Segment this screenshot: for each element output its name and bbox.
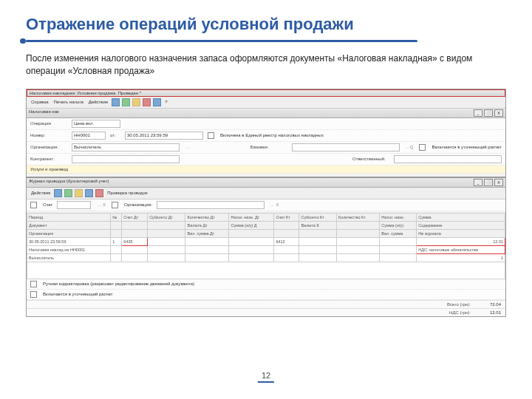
number-field[interactable]: НН0001 (72, 132, 106, 140)
menu-item[interactable]: Проверка проводок (106, 191, 149, 195)
checkbox[interactable] (30, 202, 37, 208)
journal-grid: Период№Счет ДтСубконто ДтКоличество ДтНа… (27, 213, 505, 279)
totals-row: НДС (грн): 12.01 (27, 308, 505, 316)
toolbar-icon[interactable] (64, 189, 72, 197)
field[interactable] (72, 155, 180, 163)
field[interactable] (394, 155, 502, 163)
titlebar-2: Журнал проводок (бухгалтерский учет) _ ⬜… (27, 178, 505, 188)
window-title-1: Налоговая накладная: Условная продажа. П… (30, 91, 141, 95)
field[interactable] (57, 201, 91, 209)
minimize-icon[interactable]: _ (474, 109, 482, 117)
label: Контрагент: (30, 157, 67, 161)
filter-row: Счет … X Организация: … X (27, 200, 505, 211)
table-row (27, 262, 505, 279)
col: Период (27, 213, 111, 221)
label: Базовая: (250, 145, 287, 149)
checkbox[interactable] (419, 144, 426, 151)
date-field[interactable]: 30.05.2011 23:59:59 (125, 132, 203, 140)
titlebar-1: Налоговая накладная: Условная продажа. П… (27, 89, 505, 97)
row-update: Включается в уточняющий расчет (27, 290, 505, 300)
toolbar-icon[interactable] (132, 98, 140, 106)
maximize-icon[interactable]: ⬜ (484, 109, 493, 117)
ellipsis-icon[interactable]: …Q (404, 145, 415, 149)
menu-item[interactable]: Действия (30, 191, 52, 195)
close-icon[interactable]: X (494, 179, 503, 186)
grid-header2: ДокументВалюта ДтСумма (н/у) ДВалюта КСу… (27, 221, 505, 229)
check-label: Ручная корректировка (разрешает редактир… (43, 282, 194, 286)
ellipsis-icon[interactable]: … X (269, 202, 281, 207)
toolbar-icon[interactable] (143, 98, 151, 106)
org-field[interactable]: Вычислитель (72, 143, 180, 151)
content-cell: НДС: налоговые обязательства (417, 245, 505, 253)
toolbar-icon[interactable] (95, 189, 103, 197)
page-title: Отражение операций условной продажи (26, 15, 506, 34)
label: Ответственный: (352, 157, 389, 161)
subwindow-header: Налоговая нак _ ⬜ X (27, 109, 505, 118)
check-label: Включается в уточняющий расчет (43, 292, 113, 296)
label: Организация: (30, 145, 67, 149)
label: от: (110, 133, 120, 137)
page-number: 12 (258, 371, 274, 383)
label: Организация: (124, 202, 152, 207)
toolbar-icon[interactable] (75, 189, 83, 197)
check-label: Включается в уточняющий расчет (432, 145, 502, 149)
ellipsis-icon[interactable]: … X (95, 202, 107, 207)
row-number: Номер: НН0001 от: 30.05.2011 23:59:59 Вк… (27, 130, 505, 142)
debit-cell: 6435 (122, 237, 148, 245)
row-org: Организация: Вычислитель … Базовая: …Q В… (27, 142, 505, 154)
toolbar-icon[interactable] (153, 98, 161, 106)
toolbar-1: Справка Печать налога Действия ? (27, 97, 505, 109)
description: После изменения налогового назначения за… (26, 52, 506, 78)
table-row: Вычислитель1 (27, 253, 505, 262)
toolbar-2: Действия Проверка проводок (27, 188, 505, 200)
total-value: 72.04 (475, 302, 501, 307)
close-icon[interactable]: X (494, 109, 503, 117)
table-row: 30.05.2011 23:59:5916435641212.01 (27, 237, 505, 245)
minimize-icon[interactable]: _ (474, 179, 482, 186)
field[interactable] (157, 201, 265, 209)
label: Счет (43, 202, 52, 207)
toolbar-icon[interactable] (122, 98, 130, 106)
sum-cell: 12.01 (417, 237, 505, 245)
sub-title: Налоговая нак (29, 109, 59, 117)
menu-item[interactable]: ? (163, 100, 168, 104)
app-screenshot: Налоговая накладная: Условная продажа. П… (26, 89, 506, 317)
checkbox[interactable] (208, 132, 214, 139)
field[interactable]: Ценa вкл. (72, 120, 120, 128)
tab-label[interactable]: Услуги и производ (30, 167, 68, 171)
row-contr: Контрагент: Ответственный: (27, 154, 505, 166)
window-buttons: _ ⬜ X (474, 109, 503, 117)
title-underline (26, 40, 417, 42)
vat-label: НДС (грн): (449, 310, 471, 315)
toolbar-icon[interactable] (112, 98, 120, 106)
maximize-icon[interactable]: ⬜ (484, 179, 493, 186)
table-row: Налоговая наклад на НН0001НДС: налоговые… (27, 245, 505, 253)
checkbox[interactable] (30, 281, 37, 287)
row-operation: Операция Ценa вкл. (27, 118, 505, 130)
menu-item[interactable]: Справка (30, 100, 50, 104)
subwindow-2: Журнал проводок (бухгалтерский учет) _ ⬜… (27, 177, 505, 290)
label: Номер: (30, 133, 67, 137)
label: Операция (30, 121, 67, 126)
checkbox[interactable] (30, 291, 37, 298)
row-hand: Ручная корректировка (разрешает редактир… (27, 279, 505, 290)
menu-item[interactable]: Действия (87, 100, 109, 104)
window-title-2: Журнал проводок (бухгалтерский учет) (29, 179, 109, 186)
menu-item[interactable]: Печать налога (52, 100, 85, 104)
checkbox[interactable] (112, 202, 118, 208)
total-label: Всего (грн): (447, 302, 471, 307)
ellipsis-icon[interactable]: … (184, 145, 191, 149)
totals-row: Всего (грн): 72.04 (27, 300, 505, 308)
toolbar-icon[interactable] (54, 189, 62, 197)
grid-header3: ОрганизацияВал. сумма ДтВал. суммаНе жур… (27, 229, 505, 237)
check-label: Включена в Единый реестр налоговых накла… (220, 133, 324, 137)
field[interactable] (292, 143, 400, 151)
window-buttons: _ ⬜ X (474, 179, 503, 186)
row-yellow: Услуги и производ (27, 166, 505, 174)
vat-value: 12.01 (475, 310, 501, 315)
toolbar-icon[interactable] (85, 189, 93, 197)
grid-header: Период№Счет ДтСубконто ДтКоличество ДтНа… (27, 213, 505, 221)
